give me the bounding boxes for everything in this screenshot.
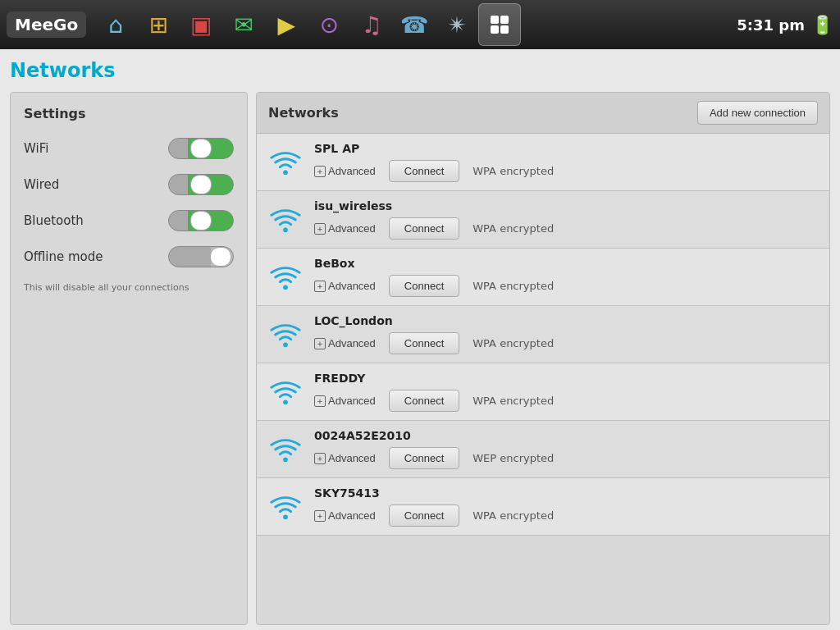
- wired-setting-row: Wired: [24, 174, 234, 195]
- advanced-button[interactable]: + Advanced: [314, 222, 376, 235]
- encryption-label: WPA encrypted: [472, 280, 554, 292]
- network-icon[interactable]: [478, 3, 521, 46]
- plus-icon: +: [314, 395, 326, 407]
- encryption-label: WEP encrypted: [472, 452, 554, 464]
- wifi-signal-icon: [268, 145, 303, 180]
- network-name: isu_wireless: [314, 199, 818, 212]
- network-info: isu_wireless + Advanced Connect WPA encr…: [314, 199, 818, 240]
- network-info: SPL AP + Advanced Connect WPA encrypted: [314, 142, 818, 182]
- settings-title: Settings: [24, 106, 234, 121]
- settings-panel: Settings WiFi Wired Bluetooth Offline mo…: [10, 92, 248, 625]
- plus-icon: +: [314, 453, 326, 464]
- wifi-signal-icon: [268, 260, 303, 294]
- encryption-label: WPA encrypted: [472, 395, 554, 407]
- apps-icon[interactable]: ⊙: [308, 3, 350, 46]
- svg-point-8: [283, 399, 288, 404]
- bluetooth-toggle[interactable]: [168, 210, 234, 231]
- network-actions: + Advanced Connect WPA encrypted: [314, 504, 818, 527]
- bluetooth-icon[interactable]: ✴: [436, 3, 478, 46]
- network-name: SPL AP: [314, 142, 818, 155]
- wifi-label: WiFi: [24, 141, 48, 156]
- network-actions: + Advanced Connect WPA encrypted: [314, 160, 818, 182]
- network-name: LOC_London: [314, 314, 818, 327]
- connect-button[interactable]: Connect: [389, 390, 459, 412]
- offline-note: This will disable all your connections: [24, 282, 234, 293]
- wifi-signal-icon: [268, 317, 303, 352]
- networks-header: Networks Add new connection: [257, 93, 829, 134]
- clock: 5:31 pm: [737, 16, 805, 34]
- offline-toggle[interactable]: [168, 246, 234, 267]
- phone-icon[interactable]: ☎: [393, 3, 436, 46]
- list-item: 0024A52E2010 + Advanced Connect WEP encr…: [257, 421, 829, 478]
- plus-icon: +: [314, 338, 326, 349]
- taskbar-right: 5:31 pm 🔋: [737, 15, 833, 35]
- networks-header-title: Networks: [268, 105, 339, 121]
- list-item: LOC_London + Advanced Connect WPA encryp…: [257, 306, 829, 363]
- main-content: Networks Settings WiFi Wired Bluetooth: [0, 49, 840, 630]
- connect-button[interactable]: Connect: [389, 160, 459, 182]
- connect-button[interactable]: Connect: [389, 275, 459, 297]
- taskbar: MeeGo ⌂ ⊞ ▣ ✉ ▶ ⊙ ♫ ☎ ✴ 5:31 pm 🔋: [0, 0, 840, 49]
- svg-rect-3: [500, 25, 509, 34]
- encryption-label: WPA encrypted: [472, 509, 554, 522]
- connect-button[interactable]: Connect: [389, 504, 459, 527]
- svg-rect-0: [491, 16, 499, 24]
- plus-icon: +: [314, 223, 326, 235]
- list-item: SPL AP + Advanced Connect WPA encrypted: [257, 134, 829, 191]
- advanced-button[interactable]: + Advanced: [314, 395, 376, 407]
- media-icon[interactable]: ▶: [265, 3, 308, 46]
- advanced-button[interactable]: + Advanced: [314, 452, 376, 464]
- svg-point-6: [283, 285, 288, 290]
- grid-icon[interactable]: ⊞: [137, 3, 180, 46]
- wifi-signal-icon: [268, 490, 303, 524]
- network-name: FREDDY: [314, 372, 818, 385]
- network-info: LOC_London + Advanced Connect WPA encryp…: [314, 314, 818, 354]
- wifi-signal-icon: [268, 432, 303, 467]
- wired-toggle[interactable]: [168, 174, 234, 195]
- add-connection-button[interactable]: Add new connection: [697, 101, 818, 125]
- network-info: 0024A52E2010 + Advanced Connect WEP encr…: [314, 429, 818, 469]
- encryption-label: WPA encrypted: [472, 337, 554, 349]
- svg-point-10: [283, 514, 288, 519]
- offline-label: Offline mode: [24, 249, 103, 264]
- battery-icon[interactable]: 🔋: [811, 15, 833, 35]
- chat-icon[interactable]: ✉: [222, 3, 265, 46]
- encryption-label: WPA encrypted: [472, 165, 554, 177]
- music-icon[interactable]: ♫: [350, 3, 393, 46]
- connect-button[interactable]: Connect: [389, 447, 459, 469]
- svg-point-9: [283, 457, 288, 462]
- page-title: Networks: [10, 59, 830, 82]
- network-actions: + Advanced Connect WPA encrypted: [314, 275, 818, 297]
- wifi-setting-row: WiFi: [24, 138, 234, 159]
- networks-list[interactable]: SPL AP + Advanced Connect WPA encrypted: [257, 134, 829, 624]
- bluetooth-setting-row: Bluetooth: [24, 210, 234, 231]
- advanced-button[interactable]: + Advanced: [314, 280, 376, 292]
- encryption-label: WPA encrypted: [472, 222, 554, 235]
- window-icon[interactable]: ▣: [180, 3, 222, 46]
- offline-setting-row: Offline mode: [24, 246, 234, 267]
- advanced-button[interactable]: + Advanced: [314, 509, 376, 522]
- network-info: BeBox + Advanced Connect WPA encrypted: [314, 257, 818, 297]
- svg-rect-2: [491, 25, 499, 34]
- list-item: FREDDY + Advanced Connect WPA encrypted: [257, 363, 829, 421]
- svg-point-4: [283, 170, 288, 175]
- network-actions: + Advanced Connect WEP encrypted: [314, 447, 818, 469]
- meego-logo[interactable]: MeeGo: [7, 11, 86, 38]
- connect-button[interactable]: Connect: [389, 332, 459, 354]
- wifi-toggle[interactable]: [168, 138, 234, 159]
- svg-point-7: [283, 342, 288, 347]
- plus-icon: +: [314, 281, 326, 292]
- connect-button[interactable]: Connect: [389, 217, 459, 240]
- advanced-button[interactable]: + Advanced: [314, 165, 376, 177]
- advanced-button[interactable]: + Advanced: [314, 337, 376, 349]
- list-item: BeBox + Advanced Connect WPA encrypted: [257, 249, 829, 306]
- network-info: SKY75413 + Advanced Connect WPA encrypte…: [314, 486, 818, 527]
- wired-label: Wired: [24, 177, 59, 192]
- network-name: BeBox: [314, 257, 818, 270]
- network-actions: + Advanced Connect WPA encrypted: [314, 332, 818, 354]
- network-actions: + Advanced Connect WPA encrypted: [314, 217, 818, 240]
- network-name: SKY75413: [314, 486, 818, 500]
- plus-icon: +: [314, 510, 326, 522]
- content-area: Settings WiFi Wired Bluetooth Offline mo…: [10, 92, 830, 625]
- home-icon[interactable]: ⌂: [94, 3, 137, 46]
